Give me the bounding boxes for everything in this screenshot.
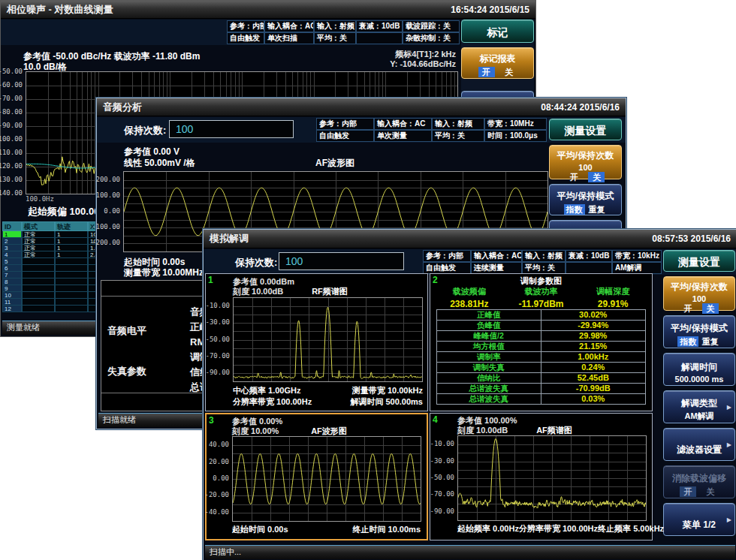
on-toggle[interactable]: 开 [680,303,696,314]
y-tick-label: -80.00 [0,108,23,116]
measure-setup-button[interactable]: 测量设置 [663,250,735,272]
panel-title: 调制参数图 [430,275,652,287]
mod-param-label: 调制率 [437,352,541,362]
marker-report-button[interactable]: 标记报表 开 关 [461,47,534,79]
mod-param-value: 52.45dB [541,373,646,383]
y-tick-label: -100.00 [92,223,120,230]
scale-readout: 线性 50.00mV /格 [124,157,195,170]
avg-hold-count-button[interactable]: 平均/保持次数 100 开 关 [663,276,735,311]
mod-param-row: 负峰值-29.94% [437,321,645,331]
marker-table-header-cell: ID [2,221,22,231]
carrier-offset-button[interactable]: 消除载波偏移 开 关 [663,465,735,498]
settings-cell: 载波跟踪：关 [403,20,460,32]
off-toggle[interactable]: 关 [500,67,517,77]
mod-param-value: -70.99dB [541,384,646,393]
panel-mod-params[interactable]: 2 调制参数图 载波频偏238.81Hz载波功率-11.97dBm调幅深度29.… [430,273,653,411]
demod-time-button[interactable]: 解调时间 500.0000 ms [663,353,735,386]
table-cell: 8 [2,278,22,285]
panel-rf-spectrum[interactable]: 1 参考值 0.00dBm 刻度 10.00dB RF频谱图 -10.00-30… [205,273,428,411]
avg-hold-mode-button[interactable]: 平均/保持模式 指数 重复 [663,315,735,348]
table-cell: 10 [2,292,22,299]
menu-page-button[interactable]: 菜单 1/2 ▶ [663,503,735,536]
table-cell: 4 [2,251,22,258]
chart-p3-svg [233,437,421,521]
filter-setup-button[interactable]: 滤波器设置 ▶ [663,428,735,461]
table-cell: 11 [2,299,22,306]
settings-cells: 参考：内部输入耦合：AC输入：射频衰减：10dB带宽：10kHz自由触发连续测量… [423,250,662,274]
table-cell: 3 [2,245,22,251]
window-title: 相位噪声 - 对数曲线测量 [7,3,113,17]
panel-title: AF频谱图 [513,425,596,436]
y-tick-label: -30.00 [205,318,230,326]
settings-cell: AM解调 [612,262,662,274]
carrier-readout-label: 载波频偏 [433,286,505,297]
avg-hold-mode-button[interactable]: 平均/保持模式 指数 重复 [549,184,622,215]
settings-cell: 自由触发 [316,130,374,142]
panel-title: AF波形图 [288,426,370,437]
off-toggle[interactable]: 关 [588,172,605,182]
table-cell [22,265,55,272]
table-cell [55,272,88,278]
off-toggle[interactable]: 关 [702,303,719,314]
table-cell [55,265,88,272]
mod-param-label: 信纳比 [437,373,541,383]
y-tick-label: -90.00 [0,122,23,129]
y-tick-label: -70.00 [0,95,23,102]
softkey-column: 测量设置 平均/保持次数 100 开 关 平均/保持模式 指数 重复 解调时间 … [663,250,735,544]
table-cell [22,299,55,306]
demod-type-button[interactable]: 解调类型 AM解调 ▶ [663,390,735,423]
table-cell: 12 [2,306,22,312]
panel-af-spectrum[interactable]: 4 参考值 100.00% 刻度 10.00dB AF频谱图 -10.00-30… [430,413,653,540]
table-cell [55,285,88,292]
mod-param-value: 0.03% [541,394,646,404]
group-audio-level: 音频电平 [107,324,146,338]
panel-af-waveform[interactable]: 3 参考值 0.00% 刻度 10.00% AF波形图 40.0020.000.… [205,413,428,540]
on-toggle[interactable]: 开 [566,172,583,182]
y-tick-label: -200.00 [92,239,120,246]
marker-button[interactable]: 标记 [461,20,534,43]
titlebar: 模拟解调 08:57:53 2015/6/16 [204,230,736,248]
mod-param-row: 正峰值30.02% [437,310,645,321]
settings-cell: 杂散抑制：关 [403,32,460,44]
settings-cells: 参考：内部输入耦合：AC输入：射频衰减：10dB载波跟踪：关自由触发单次扫描平均… [227,20,460,44]
y-tick-label: -60.00 [0,81,23,89]
clock: 08:57:53 2015/6/16 [652,233,731,244]
exp-mode-toggle[interactable]: 指数 [677,336,698,347]
y-axis-labels: 40.0020.000.00-20.00-40.00 [207,436,231,520]
settings-cell: 连续测量 [471,262,522,274]
avg-hold-count-button[interactable]: 平均/保持次数 100 开 关 [549,145,622,179]
settings-cell: 参考：内部 [423,250,471,262]
carrier-readout-label: 载波功率 [505,286,578,297]
submenu-arrow-icon: ▶ [727,441,731,448]
measure-setup-button[interactable]: 测量设置 [549,119,622,140]
submenu-arrow-icon: ▶ [727,404,731,411]
settings-cell: 输入：射频 [522,250,566,262]
trace [234,307,422,378]
panel-number: 1 [208,275,213,285]
mod-param-value: 1.00kHz [541,352,646,362]
table-cell: 1 [2,231,22,238]
mod-param-label: 总谐波失真 [437,384,541,393]
hold-count-input[interactable] [279,252,404,270]
submenu-arrow-icon: ▶ [727,516,731,523]
mod-param-label: 正峰值 [437,310,541,320]
on-toggle[interactable]: 开 [680,486,696,497]
y-axis-labels: 200.00100.000.00-100.00-200.00 [97,171,122,251]
repeat-mode-toggle[interactable]: 重复 [700,336,721,347]
off-toggle[interactable]: 关 [702,486,719,497]
y-tick-label: -90.00 [205,369,230,376]
settings-cell: 单次扫描 [264,32,314,44]
on-toggle[interactable]: 开 [478,67,495,77]
exp-mode-toggle[interactable]: 指数 [564,204,585,215]
demod-time-readout: 解调时间 500.00ms [350,396,423,408]
start-time-readout: 起始时间 0.00s [232,524,288,535]
hold-count-label: 保持次数: [124,124,166,137]
settings-bar: 参考：内部输入耦合：AC输入：射频衰减：10dB载波跟踪：关自由触发单次扫描平均… [1,20,460,45]
carrier-readout-value: -11.97dBm [505,297,578,309]
hold-count-input[interactable] [169,120,294,138]
settings-cell: 输入：射频 [314,20,356,32]
y-tick-label: 40.00 [209,441,229,448]
carrier-readout-label: 调幅深度 [577,286,649,297]
carrier-readout: 调幅深度29.91% [577,286,649,309]
repeat-mode-toggle[interactable]: 重复 [586,204,607,215]
